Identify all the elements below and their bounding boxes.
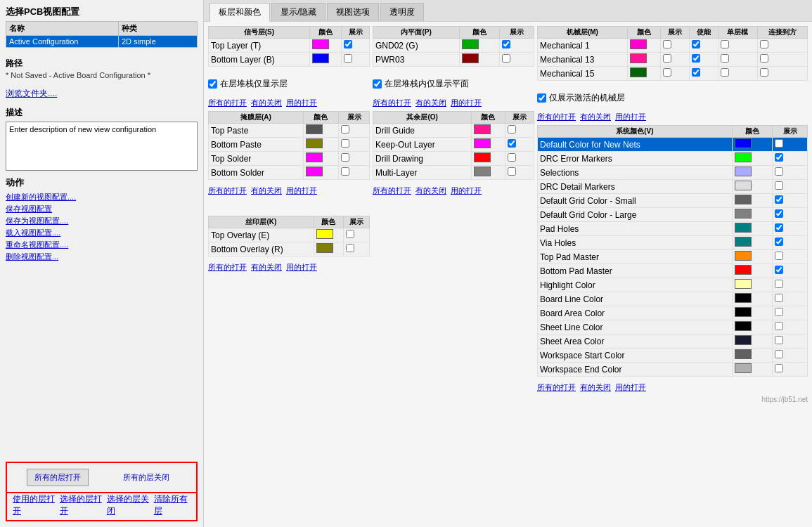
layer-drill-draw[interactable]: Drill Drawing <box>373 152 534 166</box>
default-nets-color[interactable] <box>732 138 772 152</box>
selections-color[interactable] <box>732 166 772 180</box>
bot-layer-check[interactable] <box>342 53 370 67</box>
drc-error-check[interactable] <box>773 152 808 166</box>
mask-off2[interactable]: 有的关闭 <box>251 186 282 196</box>
mask-all-on[interactable]: 所有的打开 <box>208 98 247 108</box>
layer-bottom[interactable]: Bottom Layer (B) <box>209 53 370 67</box>
layer-mech15[interactable]: Mechanical 15 <box>538 67 808 81</box>
pwr03-color[interactable] <box>460 53 499 67</box>
sheet-line-color[interactable] <box>732 320 772 334</box>
tab-display[interactable]: 显示/隐藏 <box>271 3 326 21</box>
board-line-color[interactable] <box>732 292 772 306</box>
mech-off[interactable]: 有的关闭 <box>580 112 611 122</box>
bot-overlay-color[interactable] <box>314 242 343 256</box>
silk-used[interactable]: 用的打开 <box>286 262 317 273</box>
mech-all-on[interactable]: 所有的打开 <box>537 112 576 122</box>
sys-off[interactable]: 有的关闭 <box>580 382 611 393</box>
gnd02-color[interactable] <box>460 39 499 53</box>
tab-transparency[interactable]: 透明度 <box>380 3 424 21</box>
sys-sheet-line[interactable]: Sheet Line Color <box>538 320 808 334</box>
sys-default-nets[interactable]: Default Color for New Nets <box>538 138 808 152</box>
layer-drill-guide[interactable]: Drill Guide <box>373 124 534 138</box>
gnd02-check[interactable] <box>499 39 534 53</box>
sys-drc-detail[interactable]: DRC Detail Markers <box>538 180 808 194</box>
layer-mech1[interactable]: Mechanical 1 <box>538 39 808 53</box>
workspace-end-color[interactable] <box>732 363 772 377</box>
grid-large-color[interactable] <box>732 208 772 222</box>
browse-link[interactable]: 浏览文件夹.... <box>6 88 198 100</box>
mech15-enable[interactable] <box>689 67 718 81</box>
top-layer-color[interactable] <box>309 39 342 53</box>
tab-board-color[interactable]: 板层和颜色 <box>210 3 270 22</box>
bot-solder-color[interactable] <box>303 166 338 180</box>
layer-bot-solder[interactable]: Bottom Solder <box>209 166 370 180</box>
layer-top-solder[interactable]: Top Solder <box>209 152 370 166</box>
btn-sel-on[interactable]: 选择的层打开 <box>60 493 104 517</box>
sys-via-holes[interactable]: Via Holes <box>538 236 808 250</box>
layer-pwr03[interactable]: PWR03 <box>373 53 534 67</box>
sys-board-area[interactable]: Board Area Color <box>538 306 808 320</box>
top-paste-color[interactable] <box>303 124 338 138</box>
layer-gnd02[interactable]: GND02 (G) <box>373 39 534 53</box>
pwr03-check[interactable] <box>499 53 534 67</box>
highlight-color[interactable] <box>732 278 772 292</box>
mech13-connect[interactable] <box>757 53 807 67</box>
sys-grid-small[interactable]: Default Grid Color - Small <box>538 194 808 208</box>
bot-paste-check[interactable] <box>339 138 370 152</box>
action-save[interactable]: 保存视图配置 <box>6 204 198 214</box>
mech15-single[interactable] <box>718 67 757 81</box>
pad-holes-check[interactable] <box>773 222 808 236</box>
sys-used[interactable]: 用的打开 <box>615 382 646 393</box>
sys-top-pad[interactable]: Top Pad Master <box>538 250 808 264</box>
board-area-check[interactable] <box>773 306 808 320</box>
btn-sel-off[interactable]: 选择的层关闭 <box>107 493 151 517</box>
top-pad-check[interactable] <box>773 250 808 264</box>
bot-solder-check[interactable] <box>339 166 370 180</box>
top-solder-check[interactable] <box>339 152 370 166</box>
mech13-show[interactable] <box>660 53 689 67</box>
top-overlay-color[interactable] <box>314 228 343 242</box>
mech1-connect[interactable] <box>757 39 807 53</box>
sys-highlight[interactable]: Highlight Color <box>538 278 808 292</box>
top-pad-color[interactable] <box>732 250 772 264</box>
stack-checkbox1[interactable] <box>208 79 217 89</box>
silk-all-on[interactable]: 所有的打开 <box>208 262 247 273</box>
silk-off[interactable]: 有的关闭 <box>251 262 282 273</box>
mech1-enable[interactable] <box>689 39 718 53</box>
mech15-connect[interactable] <box>757 67 807 81</box>
mech15-show[interactable] <box>660 67 689 81</box>
top-solder-color[interactable] <box>303 152 338 166</box>
multi-check[interactable] <box>505 166 534 180</box>
workspace-start-check[interactable] <box>773 349 808 363</box>
drc-detail-color[interactable] <box>732 180 772 194</box>
layer-multi[interactable]: Multi-Layer <box>373 166 534 180</box>
mask-used[interactable]: 有的关闭 <box>251 98 282 108</box>
action-load[interactable]: 载入视图配置.... <box>6 228 198 238</box>
mask-all-on2[interactable]: 所有的打开 <box>208 186 247 196</box>
mech1-show[interactable] <box>660 39 689 53</box>
drc-error-color[interactable] <box>732 152 772 166</box>
mech15-color[interactable] <box>627 67 660 81</box>
board-line-check[interactable] <box>773 292 808 306</box>
sys-bot-pad[interactable]: Bottom Pad Master <box>538 264 808 278</box>
bot-overlay-check[interactable] <box>344 242 370 256</box>
sys-pad-holes[interactable]: Pad Holes <box>538 222 808 236</box>
mech13-enable[interactable] <box>689 53 718 67</box>
sys-workspace-end[interactable]: Workspace End Color <box>538 363 808 377</box>
other-off[interactable]: 有的关闭 <box>415 98 446 108</box>
layer-mech13[interactable]: Mechanical 13 <box>538 53 808 67</box>
layer-top-overlay[interactable]: Top Overlay (E) <box>209 228 370 242</box>
action-rename[interactable]: 重命名视图配置.... <box>6 240 198 250</box>
keepout-color[interactable] <box>472 138 505 152</box>
sheet-line-check[interactable] <box>773 320 808 334</box>
layer-top-paste[interactable]: Top Paste <box>209 124 370 138</box>
mech1-single[interactable] <box>718 39 757 53</box>
workspace-start-color[interactable] <box>732 349 772 363</box>
bot-paste-color[interactable] <box>303 138 338 152</box>
sheet-area-color[interactable] <box>732 334 772 349</box>
mech-active-checkbox[interactable] <box>537 93 546 103</box>
btn-clear[interactable]: 清除所有层 <box>154 493 191 517</box>
btn-used-on[interactable]: 使用的层打开 <box>13 493 57 517</box>
stack-checkbox2[interactable] <box>373 79 382 89</box>
layer-top[interactable]: Top Layer (T) <box>209 39 370 53</box>
